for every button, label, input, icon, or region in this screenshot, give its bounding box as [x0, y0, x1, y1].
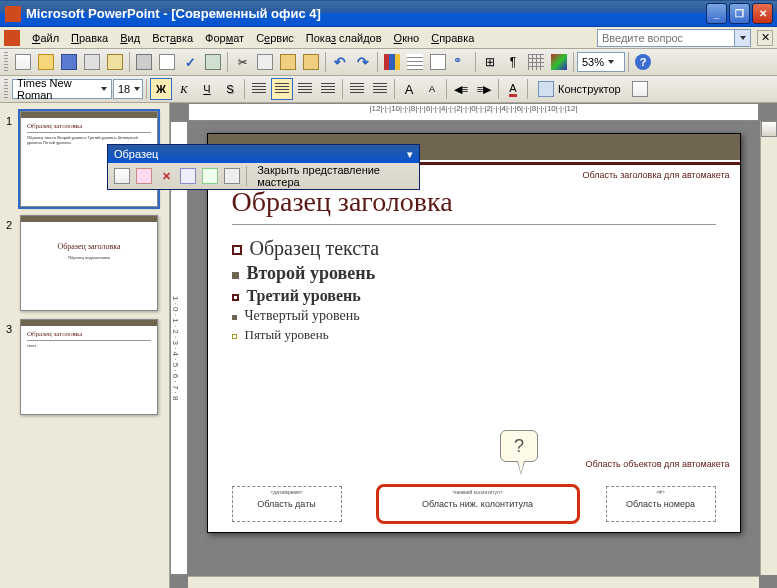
format-painter-button[interactable]	[300, 51, 322, 73]
title-placeholder[interactable]: Образец заголовка	[232, 186, 716, 225]
open-button[interactable]	[35, 51, 57, 73]
help-dropdown-button[interactable]	[735, 29, 751, 47]
insert-slide-master-button[interactable]	[112, 165, 132, 187]
help-search-input[interactable]	[597, 29, 735, 47]
bullet-level2-icon	[232, 272, 239, 279]
decrease-indent-button[interactable]: ◀≡	[450, 78, 472, 100]
app-logo-icon	[4, 30, 20, 46]
preserve-master-button[interactable]	[178, 165, 198, 187]
help-callout: ?	[500, 430, 538, 462]
menubar: Файл Правка Вид Вставка Формат Сервис По…	[0, 27, 777, 49]
slide-master[interactable]: Область заголовка для автомакета Образец…	[207, 133, 741, 533]
window-title: Microsoft PowerPoint - [Современный офис…	[26, 6, 706, 21]
increase-indent-button[interactable]: ≡▶	[473, 78, 495, 100]
autolayout-title-label: Область заголовка для автомакета	[582, 170, 729, 180]
menu-format[interactable]: Формат	[199, 30, 250, 46]
bullet-level5-icon	[232, 334, 237, 339]
maximize-button[interactable]: ❐	[729, 3, 750, 24]
permission-button[interactable]	[81, 51, 103, 73]
horizontal-scrollbar[interactable]	[188, 576, 759, 588]
toolbar-grip[interactable]	[4, 52, 8, 72]
menu-window[interactable]: Окно	[388, 30, 426, 46]
autolayout-body-label: Область объектов для автомакета	[585, 459, 729, 469]
align-right-button[interactable]	[294, 78, 316, 100]
body-placeholder[interactable]: Образец текста Второй уровень Третий уро…	[232, 234, 716, 346]
vertical-scrollbar[interactable]	[760, 121, 777, 575]
insert-title-master-button[interactable]	[134, 165, 154, 187]
undo-button[interactable]: ↶	[329, 51, 351, 73]
thumb-number: 1	[6, 111, 20, 207]
menu-tools[interactable]: Сервис	[250, 30, 300, 46]
align-left-button[interactable]	[248, 78, 270, 100]
bullet-level1-icon	[232, 245, 242, 255]
tables-borders-button[interactable]	[427, 51, 449, 73]
slide-thumbnail[interactable]: Образец заголовка текст	[20, 319, 158, 415]
minimize-button[interactable]: _	[706, 3, 727, 24]
font-color-button[interactable]: A	[502, 78, 524, 100]
zoom-combo[interactable]: 53%	[577, 52, 625, 72]
rename-master-button[interactable]	[200, 165, 220, 187]
close-master-view-button[interactable]: Закрыть представление мастера	[251, 164, 415, 188]
research-button[interactable]	[202, 51, 224, 73]
menu-view[interactable]: Вид	[114, 30, 146, 46]
print-button[interactable]	[133, 51, 155, 73]
toolbar-formatting: Times New Roman 18 Ж К Ч S A A ◀≡ ≡▶ A К…	[0, 76, 777, 103]
shadow-button[interactable]: S	[219, 78, 241, 100]
numbering-button[interactable]	[346, 78, 368, 100]
align-justify-button[interactable]	[317, 78, 339, 100]
window-titlebar: Microsoft PowerPoint - [Современный офис…	[0, 0, 777, 27]
master-view-toolbar[interactable]: Образец ▾ ✕ Закрыть представление мастер…	[107, 144, 420, 190]
email-button[interactable]	[104, 51, 126, 73]
menu-slideshow[interactable]: Показ слайдов	[300, 30, 388, 46]
slide-thumbnail[interactable]: Образец заголовка Образец подзаголовка	[20, 215, 158, 311]
bullet-level3-icon	[232, 294, 239, 301]
expand-all-button[interactable]: ⊞	[479, 51, 501, 73]
show-formatting-button[interactable]: ¶	[502, 51, 524, 73]
app-icon	[5, 6, 21, 22]
font-size-combo[interactable]: 18	[113, 79, 143, 99]
bullets-button[interactable]	[369, 78, 391, 100]
question-mark-icon: ?	[514, 436, 524, 457]
master-toolbar-titlebar[interactable]: Образец ▾	[108, 145, 419, 163]
help-button[interactable]: ?	[632, 51, 654, 73]
redo-button[interactable]: ↷	[352, 51, 374, 73]
toolbar-grip[interactable]	[4, 79, 8, 99]
insert-chart-button[interactable]	[381, 51, 403, 73]
document-close-button[interactable]: ✕	[757, 30, 773, 46]
increase-font-button[interactable]: A	[398, 78, 420, 100]
print-preview-button[interactable]	[156, 51, 178, 73]
thumb-number: 3	[6, 319, 20, 415]
underline-button[interactable]: Ч	[196, 78, 218, 100]
design-button[interactable]: Конструктор	[531, 78, 628, 100]
menu-file[interactable]: Файл	[26, 30, 65, 46]
master-toolbar-dropdown[interactable]: ▾	[407, 148, 413, 161]
thumb-number: 2	[6, 215, 20, 311]
new-button[interactable]	[12, 51, 34, 73]
decrease-font-button[interactable]: A	[421, 78, 443, 100]
copy-button[interactable]	[254, 51, 276, 73]
delete-master-button[interactable]: ✕	[156, 165, 176, 187]
font-name-combo[interactable]: Times New Roman	[12, 79, 112, 99]
scroll-up-button[interactable]	[761, 121, 777, 137]
menu-help[interactable]: Справка	[425, 30, 480, 46]
menu-edit[interactable]: Правка	[65, 30, 114, 46]
slide-number-placeholder[interactable]: <#> Область номера	[606, 486, 716, 522]
footer-placeholder[interactable]: <нижний колонтитул> Область ниж. колонти…	[378, 486, 578, 522]
spellcheck-button[interactable]: ✓	[179, 51, 201, 73]
save-button[interactable]	[58, 51, 80, 73]
master-layout-button[interactable]	[222, 165, 242, 187]
close-button[interactable]: ✕	[752, 3, 773, 24]
insert-hyperlink-button[interactable]: ⚭	[450, 51, 472, 73]
date-placeholder[interactable]: <дата/время> Область даты	[232, 486, 342, 522]
paste-button[interactable]	[277, 51, 299, 73]
color-grayscale-button[interactable]	[548, 51, 570, 73]
align-center-button[interactable]	[271, 78, 293, 100]
insert-table-button[interactable]	[404, 51, 426, 73]
italic-button[interactable]: К	[173, 78, 195, 100]
bold-button[interactable]: Ж	[150, 78, 172, 100]
horizontal-ruler[interactable]: |12|·|·|10|·|·|8|·|·|6|·|·|4|·|·|2|·|·|0…	[188, 103, 759, 121]
cut-button[interactable]: ✂	[231, 51, 253, 73]
show-grid-button[interactable]	[525, 51, 547, 73]
new-slide-button[interactable]	[629, 78, 651, 100]
menu-insert[interactable]: Вставка	[146, 30, 199, 46]
